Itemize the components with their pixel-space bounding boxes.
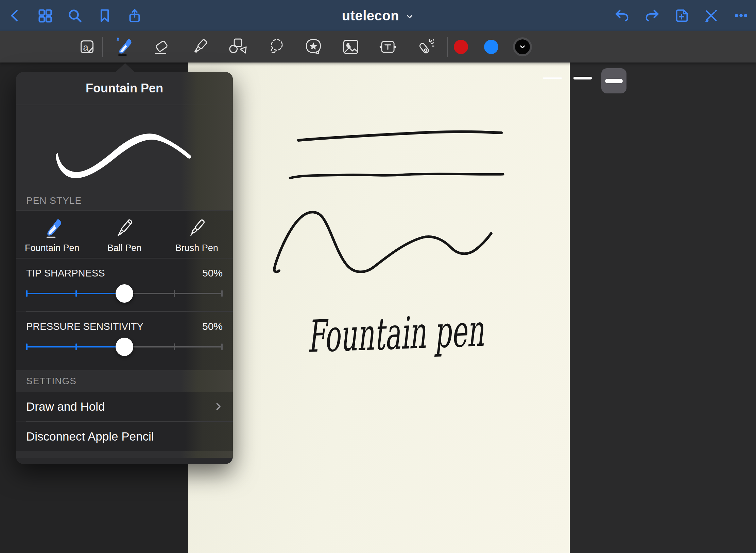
- tip-sharpness-slider[interactable]: [26, 282, 223, 305]
- pen-crossed-icon: [703, 8, 719, 23]
- pressure-sensitivity-section: PRESSURE SENSITIVITY 50%: [16, 312, 233, 370]
- laser-pointer-button[interactable]: [411, 31, 440, 63]
- bookmark-button[interactable]: [92, 0, 117, 31]
- tool-bar: a: [0, 31, 756, 63]
- pen-style-section-label: PEN STYLE: [16, 192, 233, 210]
- pen-style-brush-pen[interactable]: Brush Pen: [160, 211, 233, 258]
- tip-sharpness-section: TIP SHARPNESS 50%: [16, 258, 233, 311]
- slider-tick: [75, 290, 77, 297]
- pressure-sensitivity-label: PRESSURE SENSITIVITY: [26, 321, 143, 332]
- pen-style-ball-pen[interactable]: Ball Pen: [88, 211, 161, 258]
- settings-section-label: SETTINGS: [16, 370, 233, 392]
- text-icon: [378, 37, 398, 57]
- bluetooth-icon: [117, 37, 119, 41]
- handwriting-panel-button[interactable]: a: [73, 31, 101, 63]
- slider-tick: [75, 343, 77, 350]
- chevron-right-icon: [213, 402, 223, 412]
- toolbar-divider: [447, 37, 448, 57]
- title-chevron-down-icon[interactable]: [405, 12, 414, 21]
- chevron-left-icon: [7, 8, 22, 23]
- stroke-preview-curve: [16, 105, 233, 192]
- add-page-icon: [674, 8, 690, 23]
- text-tool-button[interactable]: [374, 31, 402, 63]
- svg-text:a: a: [83, 42, 88, 53]
- share-icon: [127, 8, 142, 23]
- bookmark-icon: [97, 8, 112, 23]
- stroke-line-1: [298, 132, 501, 140]
- search-button[interactable]: [63, 0, 87, 31]
- ball-pen-icon: [113, 215, 136, 240]
- image-icon: [341, 37, 361, 57]
- pen-tool-icon: [113, 36, 134, 58]
- sticker-icon: [304, 37, 323, 57]
- canvas-backdrop-right: [570, 63, 756, 553]
- stroke-preview: [16, 105, 233, 192]
- slider-tick: [174, 343, 175, 350]
- color-swatch-red[interactable]: [454, 40, 468, 54]
- draw-and-hold-label: Draw and Hold: [26, 400, 105, 413]
- eraser-tool-button[interactable]: [147, 31, 176, 63]
- popover-title: Fountain Pen: [16, 72, 233, 105]
- page-thumbnails-button[interactable]: [33, 0, 57, 31]
- color-swatch-black-selected[interactable]: [513, 37, 532, 56]
- grid-icon: [37, 8, 52, 23]
- slider-knob[interactable]: [116, 284, 133, 303]
- pen-style-fountain-pen[interactable]: Fountain Pen: [16, 211, 88, 258]
- color-swatch-black: [515, 39, 530, 54]
- image-tool-button[interactable]: [337, 31, 365, 63]
- fountain-pen-icon: [40, 215, 64, 240]
- thickness-thin-button[interactable]: [543, 77, 562, 79]
- redo-icon: [644, 8, 660, 23]
- pressure-sensitivity-slider[interactable]: [26, 335, 223, 359]
- highlighter-tool-button[interactable]: [186, 31, 214, 63]
- brush-pen-icon: [185, 215, 209, 240]
- laser-pointer-icon: [415, 37, 435, 57]
- thickness-thick-selected-box[interactable]: [601, 68, 626, 93]
- lasso-tool-button[interactable]: [262, 31, 290, 63]
- pen-style-row: Fountain Pen Ball Pen Brush Pen: [16, 210, 233, 258]
- ink-strokes: Fountain pen: [188, 63, 570, 553]
- disconnect-apple-pencil-label: Disconnect Apple Pencil: [26, 430, 154, 443]
- slider-tick: [174, 290, 175, 297]
- slider-tick: [26, 290, 28, 297]
- tip-sharpness-label: TIP SHARPNESS: [26, 268, 105, 279]
- add-page-button[interactable]: [670, 0, 694, 31]
- slider-tick: [26, 343, 28, 350]
- disconnect-apple-pencil-row[interactable]: Disconnect Apple Pencil: [16, 422, 233, 451]
- goodnotes-app: utelecon a: [0, 0, 756, 553]
- shapes-tool-button[interactable]: [224, 31, 252, 63]
- pen-style-label: Ball Pen: [107, 243, 142, 253]
- undo-button[interactable]: [610, 0, 634, 31]
- search-icon: [67, 8, 83, 23]
- thickness-medium-button[interactable]: [573, 77, 592, 79]
- color-swatch-blue[interactable]: [484, 40, 498, 54]
- chevron-down-icon: [519, 43, 526, 51]
- fountain-pen-popover: Fountain Pen PEN STYLE Fountain Pen Ball…: [16, 72, 233, 464]
- popover-arrow: [115, 63, 135, 73]
- undo-icon: [614, 8, 630, 23]
- pressure-sensitivity-value: 50%: [202, 321, 223, 332]
- handwriting-text: Fountain pen: [306, 305, 485, 362]
- shapes-icon: [228, 37, 248, 57]
- eraser-icon: [152, 37, 171, 57]
- share-button[interactable]: [122, 0, 147, 31]
- more-button[interactable]: [729, 0, 753, 31]
- popover-bottom: [16, 451, 233, 458]
- back-button[interactable]: [3, 0, 27, 31]
- toolbar-divider: [102, 37, 103, 57]
- stroke-line-2: [290, 174, 503, 178]
- tip-sharpness-value: 50%: [202, 267, 223, 279]
- pen-style-label: Fountain Pen: [25, 243, 80, 253]
- document-title[interactable]: utelecon: [342, 8, 399, 23]
- pen-tool-button[interactable]: [109, 31, 138, 63]
- handwriting-panel-icon: a: [78, 37, 97, 56]
- ellipsis-icon: [733, 8, 749, 23]
- slider-knob[interactable]: [116, 338, 133, 356]
- draw-and-hold-row[interactable]: Draw and Hold: [16, 392, 233, 421]
- highlighter-icon: [190, 37, 210, 57]
- sticker-tool-button[interactable]: [299, 31, 328, 63]
- note-page[interactable]: Fountain pen: [188, 63, 570, 553]
- top-nav-bar: utelecon: [0, 0, 756, 31]
- redo-button[interactable]: [640, 0, 664, 31]
- stylus-disable-button[interactable]: [699, 0, 723, 31]
